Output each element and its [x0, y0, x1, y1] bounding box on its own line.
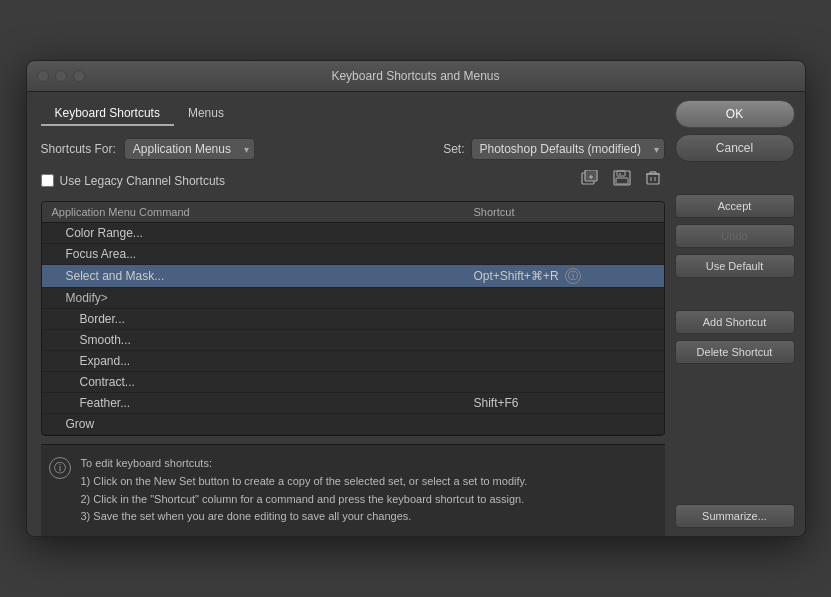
delete-set-button[interactable] [641, 168, 665, 191]
svg-rect-6 [616, 178, 628, 184]
shortcuts-table: Application Menu Command Shortcut Color … [41, 201, 665, 436]
legacy-checkbox[interactable] [41, 174, 54, 187]
table-row[interactable]: Smooth... [42, 330, 664, 351]
col-header-command: Application Menu Command [52, 206, 474, 218]
delete-shortcut-button[interactable]: Delete Shortcut [675, 340, 795, 364]
col-header-shortcut: Shortcut [474, 206, 654, 218]
table-row[interactable]: Grow [42, 414, 664, 435]
info-line-1: 1) Click on the New Set button to create… [81, 475, 528, 487]
row-shortcut-feather: Shift+F6 [474, 396, 654, 410]
window-body: Keyboard Shortcuts Menus Shortcuts For: … [27, 92, 805, 535]
table-row[interactable]: Feather... Shift+F6 [42, 393, 664, 414]
tab-bar: Keyboard Shortcuts Menus [41, 102, 665, 126]
row-command-border: Border... [52, 312, 474, 326]
close-button[interactable] [37, 70, 49, 82]
summarize-button[interactable]: Summarize... [675, 504, 795, 528]
tab-menus[interactable]: Menus [174, 102, 238, 126]
svg-rect-5 [617, 171, 625, 176]
row-command-contract: Contract... [52, 375, 474, 389]
set-label: Set: [443, 142, 464, 156]
set-select-wrapper: Photoshop Defaults (modified) [471, 138, 665, 160]
info-line-2: 2) Click in the "Shortcut" column for a … [81, 493, 525, 505]
set-select[interactable]: Photoshop Defaults (modified) [471, 138, 665, 160]
table-row[interactable]: Border... [42, 309, 664, 330]
add-shortcut-button[interactable]: Add Shortcut [675, 310, 795, 334]
cancel-button[interactable]: Cancel [675, 134, 795, 162]
row-command-smooth: Smooth... [52, 333, 474, 347]
maximize-button[interactable] [73, 70, 85, 82]
save-set-button[interactable] [609, 168, 635, 191]
new-set-button[interactable] [577, 168, 603, 191]
row-command-focus-area: Focus Area... [52, 247, 474, 261]
legacy-label[interactable]: Use Legacy Channel Shortcuts [60, 174, 225, 188]
row-command-select-mask: Select and Mask... [52, 269, 474, 283]
info-icon[interactable]: ⓘ [565, 268, 581, 284]
table-row[interactable]: Focus Area... [42, 244, 664, 265]
shortcuts-for-select[interactable]: Application Menus Panel Menus Tools [124, 138, 255, 160]
keyboard-shortcuts-dialog: Keyboard Shortcuts and Menus Keyboard Sh… [26, 60, 806, 536]
controls-bar: Shortcuts For: Application Menus Panel M… [41, 138, 665, 160]
set-row: Set: Photoshop Defaults (modified) [443, 138, 664, 160]
table-body[interactable]: Color Range... Focus Area... Select and … [42, 223, 664, 435]
shortcuts-for-select-wrapper: Application Menus Panel Menus Tools [124, 138, 255, 160]
info-circle-icon: ⓘ [49, 457, 71, 479]
table-row[interactable]: Expand... [42, 351, 664, 372]
row-shortcut-select-mask: Opt+Shift+⌘+R ⓘ [474, 268, 654, 284]
shortcut-text: Opt+Shift+⌘+R [474, 269, 559, 283]
window-title: Keyboard Shortcuts and Menus [331, 69, 499, 83]
shortcuts-for-label: Shortcuts For: [41, 142, 116, 156]
icon-toolbar [577, 168, 665, 191]
ok-button[interactable]: OK [675, 100, 795, 128]
info-line-3: 3) Save the set when you are done editin… [81, 510, 412, 522]
tab-keyboard-shortcuts[interactable]: Keyboard Shortcuts [41, 102, 174, 126]
content-area: Keyboard Shortcuts Menus Shortcuts For: … [27, 92, 805, 535]
checkbox-toolbar-row: Use Legacy Channel Shortcuts [41, 168, 665, 193]
right-sidebar: OK Cancel Accept Undo Use Default Add Sh… [675, 92, 805, 535]
shortcuts-for-row: Shortcuts For: Application Menus Panel M… [41, 138, 255, 160]
left-panel: Keyboard Shortcuts Menus Shortcuts For: … [27, 92, 675, 535]
table-row[interactable]: Contract... [42, 372, 664, 393]
row-command-modify: Modify> [52, 291, 474, 305]
accept-button[interactable]: Accept [675, 194, 795, 218]
table-row-selected[interactable]: Select and Mask... Opt+Shift+⌘+R ⓘ [42, 265, 664, 288]
svg-rect-8 [647, 174, 659, 184]
minimize-button[interactable] [55, 70, 67, 82]
row-command-feather: Feather... [52, 396, 474, 410]
table-row[interactable]: Color Range... [42, 223, 664, 244]
info-line-0: To edit keyboard shortcuts: [81, 457, 212, 469]
row-command-color-range: Color Range... [52, 226, 474, 240]
legacy-checkbox-row: Use Legacy Channel Shortcuts [41, 174, 225, 188]
info-text: To edit keyboard shortcuts: 1) Click on … [81, 455, 528, 525]
undo-button[interactable]: Undo [675, 224, 795, 248]
title-bar: Keyboard Shortcuts and Menus [27, 61, 805, 92]
row-command-grow: Grow [52, 417, 474, 431]
traffic-lights [37, 70, 85, 82]
info-section: ⓘ To edit keyboard shortcuts: 1) Click o… [41, 444, 665, 535]
use-default-button[interactable]: Use Default [675, 254, 795, 278]
table-row[interactable]: Modify> [42, 288, 664, 309]
row-command-expand: Expand... [52, 354, 474, 368]
table-header: Application Menu Command Shortcut [42, 202, 664, 223]
